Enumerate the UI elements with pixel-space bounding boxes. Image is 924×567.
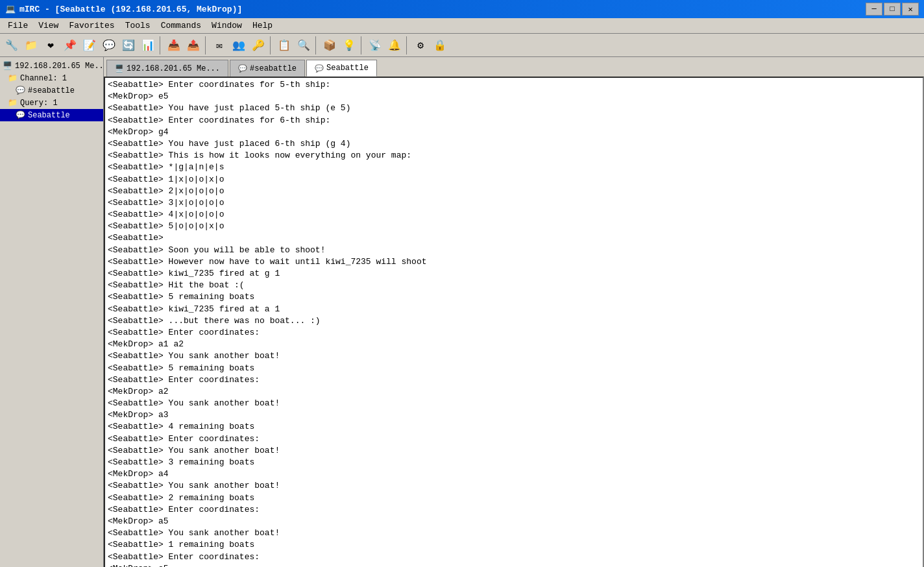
chat-line: <Seabattle> 5 remaining boats: [108, 363, 920, 374]
toolbar-btn-2[interactable]: ❤️: [42, 36, 60, 54]
chat-line: <Seabattle> You have just placed 5-th sh…: [108, 103, 920, 114]
sidebar-item-channel--1[interactable]: 📁Channel: 1: [0, 72, 103, 84]
chat-line: <Seabattle> 1|x|o|o|x|o: [108, 174, 920, 186]
tree-icon: 💬: [16, 110, 25, 120]
tab-icon: 💬: [238, 64, 247, 73]
menu-bar: FileViewFavoritesToolsCommandsWindowHelp: [0, 18, 924, 34]
chat-line: <Seabattle>: [108, 232, 920, 244]
menu-item-file[interactable]: File: [3, 18, 33, 33]
tab-192-168-201-65-me---[interactable]: 🖥️192.168.201.65 Me...: [106, 60, 228, 77]
chat-line: <Seabattle> This is how it looks now eve…: [108, 150, 920, 162]
chat-line: <Seabattle> Enter coordinates:: [108, 504, 920, 516]
toolbar-separator: [270, 36, 273, 54]
sidebar: 🖥️192.168.201.65 Me...📁Channel: 1💬#seaba…: [0, 57, 104, 567]
tab-icon: 💬: [315, 64, 324, 73]
sidebar-item-query--1[interactable]: 📁Query: 1: [0, 97, 103, 109]
tab-label: 192.168.201.65 Me...: [127, 64, 220, 73]
chat-line: <Seabattle> Soon you will be able to sho…: [108, 245, 920, 256]
toolbar-separator: [160, 36, 162, 54]
tab-icon: 🖥️: [115, 64, 124, 73]
chat-line: <Seabattle> However now have to wait unt…: [108, 256, 920, 268]
toolbar-btn-10[interactable]: 📤: [184, 36, 202, 54]
chat-line: <MekDrop> g4: [108, 127, 920, 138]
tree-label: Seabattle: [28, 111, 70, 120]
tab--seabattle[interactable]: 💬#seabattle: [230, 60, 305, 77]
toolbar-btn-0[interactable]: 🔧: [3, 36, 21, 54]
minimize-button[interactable]: —: [866, 3, 882, 16]
chat-line: <Seabattle> kiwi_7235 fired at a 1: [108, 304, 920, 315]
tab-seabattle[interactable]: 💬Seabattle: [306, 60, 377, 77]
chat-line: <MekDrop> a1 a2: [108, 339, 920, 350]
chat-line: <Seabattle> You sank another boat!: [108, 398, 920, 409]
toolbar-btn-1[interactable]: 📁: [22, 36, 40, 54]
tab-label: #seabattle: [250, 64, 297, 73]
chat-messages[interactable]: <Seabattle> Enter coordinates for 5-th s…: [105, 78, 923, 567]
menu-item-tools[interactable]: Tools: [120, 18, 156, 33]
toolbar-btn-23[interactable]: 🔔: [385, 36, 404, 54]
menu-item-commands[interactable]: Commands: [156, 18, 206, 33]
chat-line: <Seabattle> Enter coordinates:: [108, 433, 920, 445]
tree-icon: 📁: [8, 98, 18, 108]
toolbar-btn-14[interactable]: 🔑: [249, 36, 267, 54]
sidebar-item-192-168-201-65-me---[interactable]: 🖥️192.168.201.65 Me...: [0, 60, 103, 72]
chat-line: <Seabattle> You sank another boat!: [108, 445, 920, 457]
toolbar-btn-9[interactable]: 📥: [165, 36, 183, 54]
chat-line: <Seabattle> 5 remaining boats: [108, 291, 920, 303]
tree-icon: 💬: [16, 86, 25, 95]
chat-line: <Seabattle> You sank another boat!: [108, 527, 920, 539]
chat-line: <Seabattle> ...but there was no boat... …: [108, 315, 920, 327]
toolbar-btn-26[interactable]: 🔒: [431, 36, 449, 54]
chat-line: <MekDrop> e5: [108, 91, 920, 103]
menu-item-view[interactable]: View: [33, 18, 64, 33]
menu-item-window[interactable]: Window: [206, 18, 247, 33]
chat-line: <Seabattle> 4|x|o|o|o|o: [108, 209, 920, 221]
chat-line: <MekDrop> a4: [108, 468, 920, 480]
chat-line: <MekDrop> e5: [108, 563, 920, 567]
app-icon: 💻: [5, 4, 16, 14]
toolbar-btn-17[interactable]: 🔍: [295, 36, 313, 54]
menu-item-help[interactable]: Help: [247, 18, 278, 33]
toolbar-separator: [315, 36, 318, 54]
toolbar-btn-6[interactable]: 🔄: [119, 36, 138, 54]
close-button[interactable]: ✕: [902, 3, 919, 16]
tree-label: 192.168.201.65 Me...: [15, 62, 104, 71]
toolbar-btn-4[interactable]: 📝: [80, 36, 99, 54]
toolbar-btn-5[interactable]: 💬: [100, 36, 118, 54]
toolbar-btn-3[interactable]: 📌: [61, 36, 79, 54]
sidebar-item--seabattle[interactable]: 💬#seabattle: [0, 84, 103, 97]
toolbar-btn-12[interactable]: ✉️: [210, 36, 228, 54]
menu-item-favorites[interactable]: Favorites: [64, 18, 119, 33]
main-layout: 🖥️192.168.201.65 Me...📁Channel: 1💬#seaba…: [0, 57, 924, 567]
chat-line: <Seabattle> You have just placed 6-th sh…: [108, 138, 920, 150]
sidebar-item-seabattle[interactable]: 💬Seabattle: [0, 109, 103, 121]
chat-line: <MekDrop> a5: [108, 516, 920, 527]
chat-line: <Seabattle> kiwi_7235 fired at g 1: [108, 268, 920, 280]
chat-line: <Seabattle> You sank another boat!: [108, 350, 920, 362]
toolbar-btn-22[interactable]: 📡: [366, 36, 384, 54]
chat-line: <Seabattle> Enter coordinates:: [108, 327, 920, 339]
toolbar-btn-20[interactable]: 💡: [340, 36, 358, 54]
chat-line: <Seabattle> 1 remaining boats: [108, 539, 920, 551]
toolbar-btn-19[interactable]: 📦: [321, 36, 339, 54]
toolbar-separator: [205, 36, 208, 54]
toolbar-btn-16[interactable]: 📋: [275, 36, 293, 54]
toolbar-separator: [406, 36, 409, 54]
content-area: 🖥️192.168.201.65 Me...💬#seabattle💬Seabat…: [104, 57, 924, 567]
maximize-button[interactable]: □: [884, 3, 901, 16]
window-title: mIRC - [Seabattle (192.168.201.65, MekDr…: [19, 5, 242, 14]
chat-line: <Seabattle> 5|o|o|o|x|o: [108, 221, 920, 232]
chat-line: <Seabattle> *|g|a|n|e|s: [108, 162, 920, 173]
toolbar-btn-25[interactable]: ⚙️: [411, 36, 430, 54]
tab-bar: 🖥️192.168.201.65 Me...💬#seabattle💬Seabat…: [104, 57, 924, 77]
tree-label: Channel: 1: [20, 74, 67, 83]
tree-label: #seabattle: [28, 86, 75, 95]
chat-line: <Seabattle> 2 remaining boats: [108, 492, 920, 504]
toolbar-btn-13[interactable]: 👥: [230, 36, 248, 54]
chat-line: <MekDrop> a3: [108, 409, 920, 421]
toolbar-btn-7[interactable]: 📊: [139, 36, 157, 54]
title-bar: 💻 mIRC - [Seabattle (192.168.201.65, Mek…: [0, 0, 924, 18]
toolbar: 🔧📁❤️📌📝💬🔄📊📥📤✉️👥🔑📋🔍📦💡📡🔔⚙️🔒: [0, 34, 924, 57]
chat-line: <Seabattle> Hit the boat :(: [108, 280, 920, 291]
chat-line: <Seabattle> Enter coordinates for 5-th s…: [108, 79, 920, 91]
tab-label: Seabattle: [326, 64, 369, 73]
